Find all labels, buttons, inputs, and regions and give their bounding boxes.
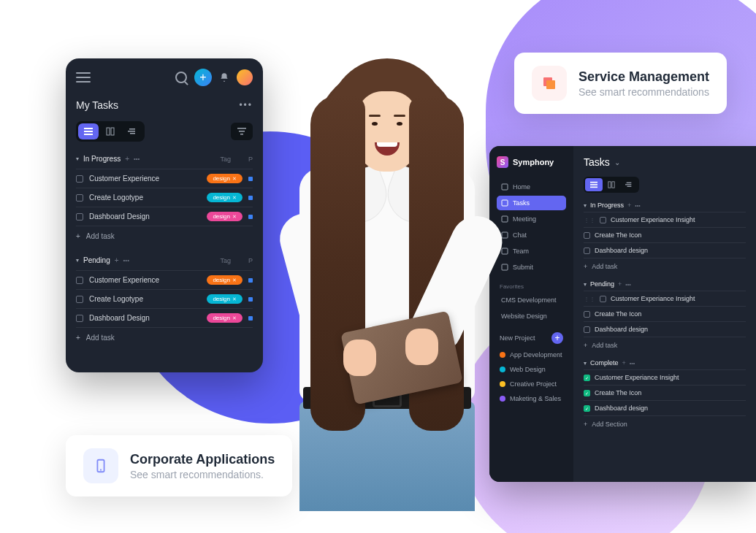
checkbox[interactable]	[584, 311, 590, 318]
task-name: Customer Experiance Insight	[611, 216, 695, 223]
checkbox[interactable]	[76, 194, 83, 202]
chevron-down-icon: ▾	[76, 257, 79, 264]
add-task-button[interactable]: +Add Section	[584, 415, 746, 432]
timeline-view-tab[interactable]	[122, 123, 142, 139]
task-row[interactable]: Create The Icon	[584, 306, 746, 321]
task-row[interactable]: ✓ Dashboard design	[584, 400, 746, 415]
desktop-app: Symphony Home Tasks Meeting Chat Team Su…	[489, 146, 756, 482]
task-row[interactable]: Customer Experience design✕	[76, 169, 253, 188]
more-icon[interactable]: •••	[635, 203, 640, 208]
checkbox[interactable]	[600, 296, 606, 302]
section-name: In Progress	[83, 155, 121, 163]
section-header[interactable]: ▾ In Progress + ••• Tag P	[76, 155, 253, 163]
task-row[interactable]: Dashboard Design design✕	[76, 308, 253, 327]
close-icon[interactable]: ✕	[232, 315, 237, 321]
close-icon[interactable]: ✕	[232, 214, 237, 220]
svg-rect-19	[590, 187, 597, 188]
add-button[interactable]: +	[194, 69, 212, 86]
task-row[interactable]: Customer Experience design✕	[76, 270, 253, 289]
close-icon[interactable]: ✕	[232, 176, 237, 182]
tag-chip[interactable]: design✕	[207, 313, 243, 323]
task-row[interactable]: Dashboard design	[584, 321, 746, 337]
svg-rect-0	[84, 128, 93, 129]
promo-subtitle: See smart recommendations.	[130, 469, 275, 480]
plus-icon: +	[76, 232, 80, 240]
svg-rect-21	[612, 182, 614, 188]
plus-icon: +	[76, 334, 80, 342]
task-row[interactable]: Dashboard design	[584, 242, 746, 258]
task-row[interactable]: ✓ Customer Experiance Insight	[584, 369, 746, 385]
priority-indicator	[248, 316, 253, 321]
search-icon[interactable]	[175, 72, 187, 83]
list-view-tab[interactable]	[78, 123, 99, 139]
tag-chip[interactable]: design✕	[207, 275, 243, 285]
plus-icon: +	[584, 342, 587, 349]
tag-chip[interactable]: design✕	[207, 174, 243, 183]
column-header: P	[248, 156, 253, 163]
close-icon[interactable]: ✕	[232, 277, 237, 283]
task-row[interactable]: ⋮⋮ Customer Experiance Insight	[584, 291, 746, 306]
avatar[interactable]	[237, 69, 253, 85]
checkbox[interactable]: ✓	[584, 405, 590, 412]
bell-icon[interactable]	[219, 72, 229, 83]
add-task-button[interactable]: +Add task	[584, 258, 746, 275]
checkbox[interactable]: ✓	[584, 375, 590, 381]
checkbox[interactable]	[76, 213, 83, 221]
task-row[interactable]: ⋮⋮ Customer Experiance Insight	[584, 212, 746, 227]
checkbox[interactable]	[600, 217, 606, 223]
task-row[interactable]: Create Logotype design✕	[76, 188, 253, 207]
section-header[interactable]: ▾ Complete + •••	[584, 359, 746, 367]
list-view-tab[interactable]	[585, 178, 603, 191]
more-icon[interactable]: •••	[625, 282, 630, 287]
add-task-button[interactable]: +Add task	[584, 337, 746, 353]
promo-subtitle: See smart recommendations	[579, 86, 709, 98]
section-header[interactable]: ▾ In Progress + •••	[584, 202, 746, 209]
checkbox[interactable]	[76, 277, 83, 284]
task-row[interactable]: Create The Icon	[584, 227, 746, 242]
close-icon[interactable]: ✕	[232, 195, 237, 201]
drag-handle-icon[interactable]: ⋮⋮	[584, 296, 595, 302]
more-icon[interactable]: •••	[630, 361, 635, 366]
section-name: Pending	[590, 280, 614, 288]
task-row[interactable]: ✓ Create The Icon	[584, 385, 746, 400]
tag-chip[interactable]: design✕	[207, 294, 243, 304]
add-icon[interactable]: +	[627, 202, 631, 209]
add-project-button[interactable]: +	[551, 332, 563, 344]
checkbox[interactable]	[584, 248, 590, 254]
checkbox[interactable]	[76, 175, 83, 183]
task-row[interactable]: Create Logotype design✕	[76, 289, 253, 308]
filter-button[interactable]	[231, 123, 253, 140]
close-icon[interactable]: ✕	[232, 296, 237, 302]
checkbox[interactable]	[76, 315, 83, 322]
board-view-tab[interactable]	[603, 178, 620, 191]
checkbox[interactable]	[584, 232, 590, 239]
checkbox[interactable]	[584, 326, 590, 333]
more-icon[interactable]: •••	[134, 156, 140, 162]
section-header[interactable]: ▾ Pending + ••• Tag P	[76, 256, 253, 264]
add-icon[interactable]: +	[125, 155, 129, 163]
section-header[interactable]: ▾ Pending + •••	[584, 280, 746, 288]
svg-rect-20	[608, 182, 611, 188]
drag-handle-icon[interactable]: ⋮⋮	[584, 217, 595, 223]
checkbox[interactable]	[76, 296, 83, 303]
promo-card-service[interactable]: Service Management See smart recommendat…	[514, 53, 727, 114]
more-icon[interactable]: •••	[123, 257, 129, 264]
chevron-down-icon: ▾	[584, 281, 587, 288]
menu-icon[interactable]	[76, 72, 91, 83]
priority-indicator	[248, 177, 253, 181]
task-row[interactable]: Dashboard Design design✕	[76, 207, 253, 226]
plus-icon: +	[584, 421, 587, 428]
chevron-down-icon: ▾	[584, 360, 587, 367]
checkbox[interactable]: ✓	[584, 390, 590, 396]
add-icon[interactable]: +	[618, 280, 622, 288]
board-view-tab[interactable]	[100, 123, 121, 139]
tag-chip[interactable]: design✕	[207, 193, 243, 202]
tag-chip[interactable]: design✕	[207, 212, 243, 221]
chevron-down-icon[interactable]: ⌄	[614, 158, 620, 166]
add-task-button[interactable]: +Add task	[76, 327, 253, 348]
add-icon[interactable]: +	[622, 359, 626, 367]
add-icon[interactable]: +	[115, 256, 119, 264]
more-icon[interactable]: •••	[239, 100, 253, 110]
timeline-view-tab[interactable]	[620, 178, 638, 191]
add-task-button[interactable]: +Add task	[76, 226, 253, 246]
